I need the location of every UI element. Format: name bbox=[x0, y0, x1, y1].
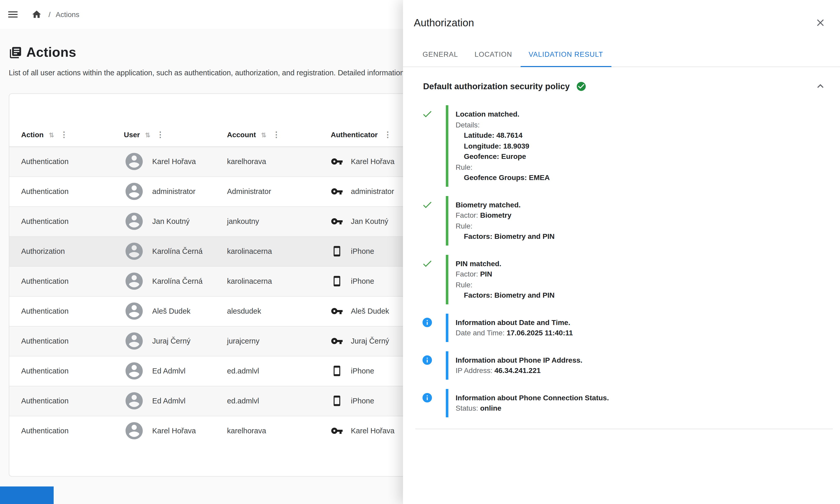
validation-line: Geofence: Europe bbox=[455, 151, 826, 162]
action-cell: Authentication bbox=[9, 326, 112, 356]
drawer-title: Authorization bbox=[414, 17, 815, 29]
user-cell: Jan Koutný bbox=[124, 206, 215, 236]
smartphone-icon bbox=[331, 245, 343, 257]
validation-line: Biometry matched. bbox=[455, 199, 826, 210]
info-icon bbox=[422, 317, 433, 328]
validation-item: Biometry matched.Factor: BiometryRule:Fa… bbox=[422, 196, 832, 245]
validation-line: Rule: bbox=[455, 162, 826, 172]
validation-line: IP Address: 46.34.241.221 bbox=[455, 365, 826, 376]
user-cell: Karolína Černá bbox=[124, 236, 215, 266]
authenticator-name: administrator bbox=[351, 187, 394, 196]
authenticator-name: Aleš Dudek bbox=[351, 307, 389, 315]
actions-icon bbox=[9, 46, 22, 59]
validation-item: Information about Date and Time.Date and… bbox=[422, 313, 832, 342]
validation-line: Factor: PIN bbox=[455, 269, 826, 280]
sort-icon[interactable]: ⇅ bbox=[145, 131, 150, 139]
authorization-drawer: Authorization GENERAL LOCATION VALIDATIO… bbox=[403, 0, 840, 504]
validation-item: Location matched.Details:Latitude: 48.76… bbox=[422, 105, 832, 186]
policy-header: Default authorization security policy bbox=[423, 75, 827, 97]
check-icon bbox=[422, 199, 433, 210]
account-cell: karolinacerna bbox=[215, 236, 319, 266]
user-cell: Karel Hořava bbox=[124, 416, 215, 446]
validation-line: Information about Phone IP Address. bbox=[455, 355, 826, 365]
hamburger-menu-icon[interactable] bbox=[7, 8, 19, 21]
column-menu-icon[interactable]: ⋮ bbox=[384, 130, 392, 139]
authenticator-name: iPhone bbox=[351, 277, 374, 285]
user-cell: Ed Admlvl bbox=[124, 386, 215, 416]
home-icon[interactable] bbox=[32, 9, 42, 20]
validation-item: Information about Phone Connection Statu… bbox=[422, 389, 832, 417]
avatar-icon bbox=[124, 241, 144, 262]
validation-list: Location matched.Details:Latitude: 48.76… bbox=[403, 105, 840, 417]
drawer-header: Authorization bbox=[403, 0, 840, 42]
tab-validation-result[interactable]: VALIDATION RESULT bbox=[520, 42, 611, 67]
account-cell: jankoutny bbox=[215, 206, 319, 236]
validation-detail: PIN matched.Factor: PINRule:Factors: Bio… bbox=[446, 255, 832, 304]
validation-line: Rule: bbox=[455, 220, 826, 231]
authenticator-name: Karel Hořava bbox=[351, 427, 394, 435]
close-icon[interactable] bbox=[815, 17, 826, 29]
action-cell: Authentication bbox=[9, 386, 112, 416]
account-cell: karelhorava bbox=[215, 146, 319, 176]
user-name: Aleš Dudek bbox=[152, 307, 191, 315]
avatar-icon bbox=[124, 391, 144, 411]
avatar-icon bbox=[124, 151, 144, 172]
column-menu-icon[interactable]: ⋮ bbox=[156, 130, 164, 139]
authenticator-name: iPhone bbox=[351, 247, 374, 255]
key-icon bbox=[331, 425, 343, 437]
avatar-icon bbox=[124, 361, 144, 381]
user-name: Karel Hořava bbox=[152, 427, 196, 435]
info-icon bbox=[422, 354, 433, 365]
user-name: Karel Hořava bbox=[152, 157, 196, 166]
action-cell: Authentication bbox=[9, 416, 112, 446]
validation-line: Factor: Biometry bbox=[455, 210, 826, 220]
validation-result-panel: Default authorization security policy Lo… bbox=[403, 67, 840, 504]
user-name: Karolína Černá bbox=[152, 277, 202, 285]
validation-line: Factors: Biometry and PIN bbox=[455, 231, 826, 242]
avatar-icon bbox=[124, 271, 144, 291]
validation-detail: Biometry matched.Factor: BiometryRule:Fa… bbox=[446, 196, 832, 245]
validation-detail: Information about Phone IP Address.IP Ad… bbox=[446, 351, 832, 379]
key-icon bbox=[331, 185, 343, 198]
section-divider bbox=[415, 428, 833, 429]
avatar-icon bbox=[124, 181, 144, 202]
user-cell: Aleš Dudek bbox=[124, 296, 215, 326]
check-circle-icon bbox=[576, 81, 587, 92]
account-cell: ed.admlvl bbox=[215, 386, 319, 416]
user-cell: Karel Hořava bbox=[124, 147, 215, 176]
user-name: Juraj Černý bbox=[152, 337, 191, 345]
validation-line: Factors: Biometry and PIN bbox=[455, 290, 826, 301]
authenticator-name: Juraj Černý bbox=[351, 337, 389, 345]
key-icon bbox=[331, 215, 343, 228]
column-header-account[interactable]: Account⇅⋮ bbox=[215, 123, 319, 146]
user-cell: Juraj Černý bbox=[124, 326, 215, 356]
action-cell: Authentication bbox=[9, 176, 112, 206]
sort-icon[interactable]: ⇅ bbox=[261, 131, 266, 139]
validation-item: Information about Phone IP Address.IP Ad… bbox=[422, 351, 832, 379]
key-icon bbox=[331, 305, 343, 317]
action-cell: Authorization bbox=[9, 236, 112, 266]
bottom-left-panel-fragment bbox=[0, 486, 54, 504]
avatar-icon bbox=[124, 301, 144, 321]
user-name: Karolína Černá bbox=[152, 247, 202, 255]
validation-item: PIN matched.Factor: PINRule:Factors: Bio… bbox=[422, 255, 832, 304]
validation-line: Latitude: 48.7614 bbox=[455, 130, 826, 141]
column-header-action[interactable]: Action⇅⋮ bbox=[9, 123, 112, 146]
validation-line: Geofence Groups: EMEA bbox=[455, 172, 826, 183]
user-cell: administrator bbox=[124, 177, 215, 206]
breadcrumb-current[interactable]: Actions bbox=[56, 10, 79, 19]
authenticator-name: iPhone bbox=[351, 367, 374, 375]
user-name: administrator bbox=[152, 187, 196, 196]
validation-detail: Information about Date and Time.Date and… bbox=[446, 313, 832, 342]
column-header-user[interactable]: User⇅⋮ bbox=[112, 123, 215, 146]
chevron-up-icon[interactable] bbox=[814, 80, 827, 92]
column-menu-icon[interactable]: ⋮ bbox=[272, 130, 280, 139]
column-menu-icon[interactable]: ⋮ bbox=[60, 130, 68, 139]
sort-icon[interactable]: ⇅ bbox=[49, 131, 54, 139]
tab-location[interactable]: LOCATION bbox=[466, 42, 520, 67]
avatar-icon bbox=[124, 420, 144, 441]
tab-general[interactable]: GENERAL bbox=[414, 42, 466, 67]
account-cell: karelhorava bbox=[215, 416, 319, 446]
user-cell: Ed Admlvl bbox=[124, 356, 215, 385]
user-name: Ed Admlvl bbox=[152, 397, 185, 405]
